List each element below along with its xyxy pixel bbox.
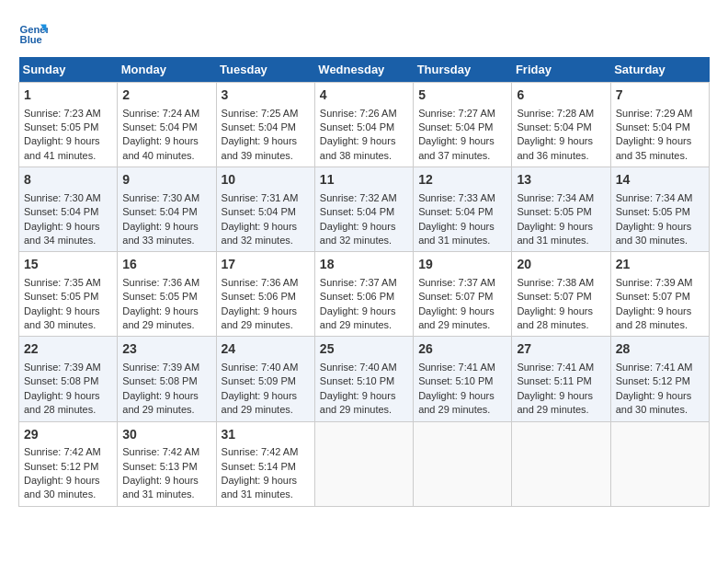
sunset-time: Sunset: 5:05 PM [24, 121, 98, 132]
day-number: 19 [418, 256, 506, 274]
sunrise-time: Sunrise: 7:42 AM [222, 446, 299, 457]
calendar-cell: 14Sunrise: 7:34 AMSunset: 5:05 PMDayligh… [610, 167, 709, 252]
sunset-time: Sunset: 5:04 PM [320, 121, 394, 132]
sunset-time: Sunset: 5:04 PM [517, 121, 591, 132]
sunset-time: Sunset: 5:10 PM [320, 375, 394, 386]
sunrise-time: Sunrise: 7:36 AM [122, 277, 199, 288]
daylight-hours: Daylight: 9 hours and 35 minutes. [616, 135, 692, 160]
day-number: 5 [418, 86, 506, 105]
sunset-time: Sunset: 5:05 PM [24, 291, 98, 302]
header-saturday: Saturday [610, 57, 709, 83]
calendar-cell [512, 421, 610, 506]
calendar-cell: 26Sunrise: 7:41 AMSunset: 5:10 PMDayligh… [414, 337, 512, 421]
sunrise-time: Sunrise: 7:41 AM [517, 362, 594, 373]
day-number: 22 [24, 340, 112, 359]
day-number: 26 [418, 340, 506, 359]
daylight-hours: Daylight: 9 hours and 37 minutes. [418, 135, 495, 160]
calendar-cell: 15Sunrise: 7:35 AMSunset: 5:05 PMDayligh… [19, 252, 118, 337]
header-thursday: Thursday [414, 57, 512, 83]
calendar-cell: 19Sunrise: 7:37 AMSunset: 5:07 PMDayligh… [414, 252, 512, 337]
day-number: 24 [222, 340, 310, 359]
sunset-time: Sunset: 5:04 PM [320, 206, 394, 217]
daylight-hours: Daylight: 9 hours and 30 minutes. [24, 305, 100, 330]
sunrise-time: Sunrise: 7:31 AM [222, 192, 299, 203]
sunset-time: Sunset: 5:08 PM [122, 375, 197, 386]
logo: General Blue [18, 18, 48, 48]
sunrise-time: Sunrise: 7:36 AM [222, 277, 299, 288]
sunrise-time: Sunrise: 7:38 AM [517, 277, 594, 288]
calendar-week-1: 1Sunrise: 7:23 AMSunset: 5:05 PMDaylight… [19, 83, 710, 167]
calendar-cell: 8Sunrise: 7:30 AMSunset: 5:04 PMDaylight… [19, 167, 118, 252]
sunrise-time: Sunrise: 7:39 AM [122, 362, 199, 373]
page-container: General Blue SundayMondayTuesdayWednesda… [18, 18, 710, 507]
sunset-time: Sunset: 5:12 PM [616, 375, 690, 386]
sunset-time: Sunset: 5:12 PM [24, 461, 98, 472]
sunrise-time: Sunrise: 7:28 AM [517, 108, 594, 119]
sunset-time: Sunset: 5:04 PM [122, 206, 197, 217]
calendar-cell: 27Sunrise: 7:41 AMSunset: 5:11 PMDayligh… [512, 337, 610, 421]
daylight-hours: Daylight: 9 hours and 29 minutes. [418, 390, 495, 415]
day-number: 23 [122, 340, 210, 359]
sunset-time: Sunset: 5:05 PM [517, 206, 591, 217]
daylight-hours: Daylight: 9 hours and 31 minutes. [418, 221, 495, 246]
sunrise-time: Sunrise: 7:26 AM [320, 108, 397, 119]
day-number: 7 [616, 86, 704, 105]
header-friday: Friday [512, 57, 610, 83]
day-number: 8 [24, 171, 112, 190]
sunset-time: Sunset: 5:13 PM [122, 461, 197, 472]
header-wednesday: Wednesday [314, 57, 413, 83]
day-number: 3 [222, 86, 310, 105]
daylight-hours: Daylight: 9 hours and 39 minutes. [222, 135, 298, 160]
sunrise-time: Sunrise: 7:35 AM [24, 277, 101, 288]
sunrise-time: Sunrise: 7:34 AM [616, 192, 693, 203]
sunrise-time: Sunrise: 7:39 AM [616, 277, 693, 288]
sunset-time: Sunset: 5:04 PM [418, 121, 493, 132]
daylight-hours: Daylight: 9 hours and 34 minutes. [24, 221, 100, 246]
calendar-cell: 24Sunrise: 7:40 AMSunset: 5:09 PMDayligh… [216, 337, 314, 421]
sunset-time: Sunset: 5:05 PM [122, 291, 197, 302]
day-number: 31 [222, 426, 310, 444]
sunrise-time: Sunrise: 7:27 AM [418, 108, 495, 119]
day-number: 18 [320, 256, 408, 274]
sunrise-time: Sunrise: 7:30 AM [24, 192, 101, 203]
sunset-time: Sunset: 5:06 PM [320, 291, 394, 302]
sunset-time: Sunset: 5:04 PM [418, 206, 493, 217]
sunrise-time: Sunrise: 7:30 AM [122, 192, 199, 203]
sunset-time: Sunset: 5:09 PM [222, 375, 296, 386]
day-number: 11 [320, 171, 408, 190]
header-monday: Monday [118, 57, 216, 83]
daylight-hours: Daylight: 9 hours and 32 minutes. [222, 221, 298, 246]
calendar-cell: 28Sunrise: 7:41 AMSunset: 5:12 PMDayligh… [610, 337, 709, 421]
header-tuesday: Tuesday [216, 57, 314, 83]
day-number: 29 [24, 426, 112, 444]
sunrise-time: Sunrise: 7:40 AM [222, 362, 299, 373]
sunset-time: Sunset: 5:04 PM [122, 121, 197, 132]
calendar-cell: 31Sunrise: 7:42 AMSunset: 5:14 PMDayligh… [216, 421, 314, 506]
sunrise-time: Sunrise: 7:23 AM [24, 108, 101, 119]
day-number: 13 [517, 171, 605, 190]
sunrise-time: Sunrise: 7:42 AM [122, 446, 199, 457]
calendar-cell [314, 421, 413, 506]
daylight-hours: Daylight: 9 hours and 29 minutes. [222, 390, 298, 415]
daylight-hours: Daylight: 9 hours and 30 minutes. [616, 221, 692, 246]
sunset-time: Sunset: 5:11 PM [517, 375, 591, 386]
sunrise-time: Sunrise: 7:37 AM [418, 277, 495, 288]
daylight-hours: Daylight: 9 hours and 29 minutes. [320, 390, 396, 415]
daylight-hours: Daylight: 9 hours and 40 minutes. [122, 135, 199, 160]
daylight-hours: Daylight: 9 hours and 28 minutes. [24, 390, 100, 415]
day-number: 25 [320, 340, 408, 359]
sunset-time: Sunset: 5:04 PM [24, 206, 98, 217]
calendar-week-4: 22Sunrise: 7:39 AMSunset: 5:08 PMDayligh… [19, 337, 710, 421]
sunrise-time: Sunrise: 7:41 AM [418, 362, 495, 373]
daylight-hours: Daylight: 9 hours and 33 minutes. [122, 221, 199, 246]
calendar-cell: 22Sunrise: 7:39 AMSunset: 5:08 PMDayligh… [19, 337, 118, 421]
sunrise-time: Sunrise: 7:29 AM [616, 108, 693, 119]
daylight-hours: Daylight: 9 hours and 30 minutes. [616, 390, 692, 415]
sunset-time: Sunset: 5:07 PM [418, 291, 493, 302]
calendar-cell: 9Sunrise: 7:30 AMSunset: 5:04 PMDaylight… [118, 167, 216, 252]
day-number: 28 [616, 340, 704, 359]
sunset-time: Sunset: 5:05 PM [616, 206, 690, 217]
calendar-cell: 12Sunrise: 7:33 AMSunset: 5:04 PMDayligh… [414, 167, 512, 252]
day-number: 14 [616, 171, 704, 190]
sunrise-time: Sunrise: 7:33 AM [418, 192, 495, 203]
